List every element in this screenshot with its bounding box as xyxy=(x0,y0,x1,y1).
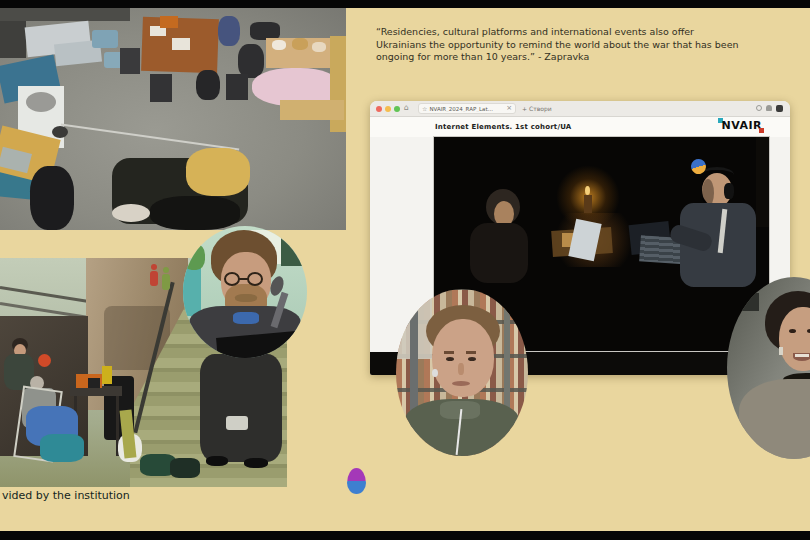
notifications-icon[interactable] xyxy=(766,105,772,111)
nvair-logo: NVAIR xyxy=(718,119,764,133)
participant-body xyxy=(739,379,810,459)
yellow-sleeping-bag xyxy=(186,148,250,196)
orange-box xyxy=(160,16,178,28)
dark-bedding xyxy=(150,196,240,230)
letterbox-bottom xyxy=(0,531,810,540)
speaker-video-bubble xyxy=(183,226,307,358)
shoe-left xyxy=(206,456,228,466)
candle-flame xyxy=(585,186,590,195)
green-figure-icon xyxy=(161,267,171,292)
headphones-earcup xyxy=(724,183,734,199)
glasses-left-lens xyxy=(224,272,240,286)
browser-titlebar: ⌂ ☆ NVAIR_2024_RAP_Lat... × + Створи xyxy=(370,101,790,117)
bookmark-star-icon: ☆ xyxy=(422,106,427,112)
zoom-window-button[interactable] xyxy=(394,106,400,112)
dog xyxy=(112,204,150,222)
teeth xyxy=(795,354,809,357)
new-tab-button[interactable]: + Створи xyxy=(522,103,552,114)
caption-text: vided by the institution xyxy=(2,489,130,502)
person-dark-a xyxy=(238,44,264,78)
minimize-window-button[interactable] xyxy=(385,106,391,112)
desk-lamp xyxy=(52,126,68,138)
home-icon[interactable]: ⌂ xyxy=(404,103,409,112)
earbud xyxy=(432,369,438,377)
bag-dark xyxy=(170,458,200,478)
teal-strip xyxy=(183,266,201,316)
glasses-right-lens xyxy=(247,272,263,286)
brow-left xyxy=(444,351,454,354)
brow-right xyxy=(466,351,476,354)
candlestick xyxy=(584,195,592,213)
table-item-a xyxy=(272,40,286,50)
participant-video-bubble-left xyxy=(396,289,528,456)
chair-dark-b xyxy=(150,74,172,102)
history-icon[interactable] xyxy=(756,105,762,111)
black-object xyxy=(88,378,100,388)
participant-face xyxy=(779,307,810,371)
table-item-b xyxy=(292,38,308,50)
gray-bowl xyxy=(26,92,56,112)
egg-logo-icon xyxy=(347,468,366,494)
plus-icon: + xyxy=(522,105,527,112)
dark-wall-right xyxy=(756,137,770,227)
stream-canvas: vided by the institution “Residencies, c… xyxy=(0,0,810,540)
logo-red-square xyxy=(759,128,764,133)
paper-b xyxy=(172,38,190,50)
chair-dark-a xyxy=(120,48,140,74)
earring xyxy=(779,347,783,355)
shelter-photo xyxy=(0,8,346,230)
quote-text: “Residencies, cultural platforms and int… xyxy=(376,26,740,64)
letterbox-top xyxy=(0,0,810,8)
mustache xyxy=(235,294,257,302)
person-dark-b xyxy=(196,70,220,100)
woman-body xyxy=(470,223,528,283)
yellow-bottle xyxy=(102,366,112,384)
profile-avatar[interactable] xyxy=(776,105,783,112)
browser-tab[interactable]: ☆ NVAIR_2024_RAP_Lat... × xyxy=(418,103,516,114)
dark-wall-strip xyxy=(0,8,130,21)
tab-title: NVAIR_2024_RAP_Lat... xyxy=(429,106,504,112)
table-item-c xyxy=(312,42,326,52)
close-window-button[interactable] xyxy=(376,106,382,112)
eye-left xyxy=(789,329,796,333)
eye-right xyxy=(468,357,476,361)
logo-text: NVAIR xyxy=(721,119,762,132)
shoe-right xyxy=(244,458,268,468)
chair-dark-c xyxy=(226,74,248,100)
teal-blanket xyxy=(40,434,84,462)
cable xyxy=(61,123,240,150)
red-ball xyxy=(38,354,51,367)
blue-collar xyxy=(233,312,259,324)
eye-left xyxy=(446,357,454,361)
blue-chair-a xyxy=(92,30,118,48)
glasses-bridge xyxy=(239,278,248,280)
tab-close-icon[interactable]: × xyxy=(506,105,512,112)
page-header: Internet Elements. 1st cohort/UA NVAIR xyxy=(370,117,790,137)
red-figure-icon xyxy=(149,264,159,288)
tan-crate xyxy=(280,100,344,120)
seated-man-body xyxy=(200,354,282,462)
person-kneeling xyxy=(30,166,74,230)
person-blue-jacket xyxy=(218,16,240,46)
seated-man-phone xyxy=(226,416,248,430)
new-tab-label: Створи xyxy=(529,105,552,112)
nose-shade xyxy=(458,363,464,375)
window-frame xyxy=(281,234,305,266)
page-title: Internet Elements. 1st cohort/UA xyxy=(435,123,571,131)
mouth xyxy=(452,381,470,386)
